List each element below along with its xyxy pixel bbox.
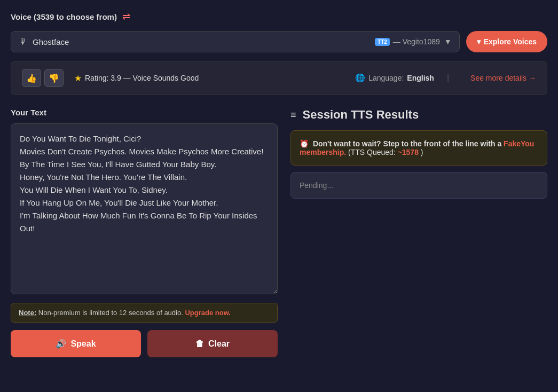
your-text-label: Your Text xyxy=(11,108,278,117)
dropdown-arrow-icon: ▼ xyxy=(444,37,452,46)
queue-notice-text: Don't want to wait? Step to the front of… xyxy=(313,139,504,148)
explore-chevron-icon: ▾ xyxy=(477,37,481,46)
queue-notice: ⏰ Don't want to wait? Step to the front … xyxy=(290,130,547,166)
voice-dropdown[interactable]: 🎙 Ghostface TT2 — Vegito1089 ▼ xyxy=(11,31,460,52)
voice-name: Ghostface xyxy=(33,37,372,46)
language-value: English xyxy=(407,74,434,82)
thumbs-up-button[interactable]: 👍 xyxy=(22,69,41,87)
shuffle-icon[interactable]: ⇌ xyxy=(122,11,130,22)
globe-icon: 🌐 xyxy=(355,73,365,83)
rating-bar: 👍 👎 ★ Rating: 3.9 — Voice Sounds Good 🌐 … xyxy=(11,61,547,95)
clear-icon: 🗑 xyxy=(195,339,204,349)
see-more-details-link[interactable]: See more details → xyxy=(470,74,536,82)
hamburger-icon: ≡ xyxy=(290,109,296,121)
queue-suffix: (TTS Queued: xyxy=(348,148,398,156)
speaker-icon: 🔊 xyxy=(56,339,66,349)
action-buttons: 🔊 Speak 🗑 Clear xyxy=(11,330,278,357)
session-title: Session TTS Results xyxy=(303,108,419,122)
mic-icon: 🎙 xyxy=(19,37,27,46)
rating-text: ★ Rating: 3.9 — Voice Sounds Good xyxy=(74,73,199,83)
note-text: Non-premium is limited to 12 seconds of … xyxy=(38,309,185,317)
thumbs-down-button[interactable]: 👎 xyxy=(44,69,64,87)
pending-box: Pending... xyxy=(290,172,547,199)
queue-close-paren: ) xyxy=(421,148,423,156)
note-label: Note: xyxy=(19,309,36,317)
explore-voices-label: Explore Voices xyxy=(484,37,537,46)
voice-header: Voice (3539 to choose from) ⇌ xyxy=(11,11,547,22)
clock-icon: ⏰ xyxy=(300,139,309,148)
pending-text: Pending... xyxy=(300,181,333,190)
session-header: ≡ Session TTS Results xyxy=(290,108,547,122)
rating-value: Rating: 3.9 — Voice Sounds Good xyxy=(85,74,199,82)
voice-badge: TT2 xyxy=(375,38,390,46)
star-icon: ★ xyxy=(74,73,82,83)
language-label: Language: xyxy=(368,74,404,82)
clear-label: Clear xyxy=(208,339,230,349)
voice-count-title: Voice (3539 to choose from) xyxy=(11,12,117,21)
note-bar: Note: Non-premium is limited to 12 secon… xyxy=(11,303,278,323)
left-panel: Your Text Do You Want To Die Tonight, Ci… xyxy=(11,108,278,357)
text-input[interactable]: Do You Want To Die Tonight, Cici? Movies… xyxy=(11,123,278,294)
main-content: Your Text Do You Want To Die Tonight, Ci… xyxy=(11,108,547,357)
clear-button[interactable]: 🗑 Clear xyxy=(147,330,278,357)
queue-count: ~1578 xyxy=(398,148,419,156)
separator: | xyxy=(447,73,449,83)
right-panel: ≡ Session TTS Results ⏰ Don't want to wa… xyxy=(290,108,547,357)
language-info: 🌐 Language: English xyxy=(355,73,434,83)
speak-button[interactable]: 🔊 Speak xyxy=(11,330,141,357)
upgrade-link[interactable]: Upgrade now. xyxy=(185,309,230,317)
thumb-buttons: 👍 👎 xyxy=(22,69,64,87)
voice-author: — Vegito1089 xyxy=(393,37,440,46)
speak-label: Speak xyxy=(70,339,96,349)
voice-selector-row: 🎙 Ghostface TT2 — Vegito1089 ▼ ▾ Explore… xyxy=(11,31,547,52)
explore-voices-button[interactable]: ▾ Explore Voices xyxy=(466,31,547,52)
details-link-label: See more details → xyxy=(470,74,536,82)
